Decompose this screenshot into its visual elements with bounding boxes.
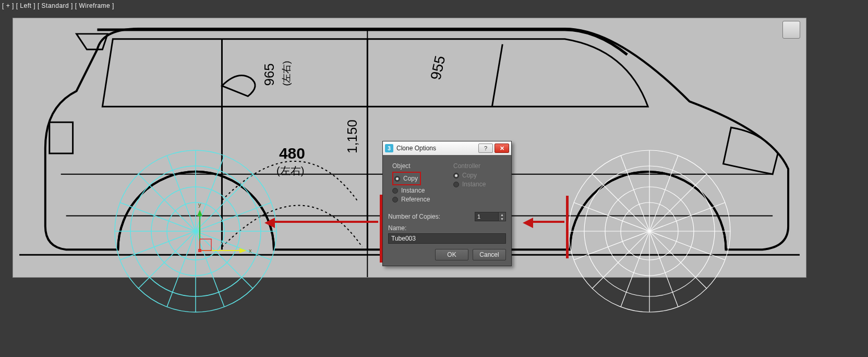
radio-dot-icon xyxy=(394,176,400,182)
radio-ctrl-instance: Instance xyxy=(453,181,502,188)
viewport-menu-view[interactable]: [ Left ] xyxy=(16,2,35,9)
radio-ctrl-instance-label: Instance xyxy=(462,181,486,188)
name-input[interactable] xyxy=(388,233,506,244)
viewport-menu-display[interactable]: [ Wireframe ] xyxy=(75,2,114,9)
object-group-label: Object xyxy=(392,162,441,170)
dim-965-sub: (左右) xyxy=(281,61,292,86)
guide-arrow-right xyxy=(527,221,564,223)
dim-480: 480 xyxy=(279,145,305,162)
radio-copy[interactable]: Copy xyxy=(394,175,418,182)
svg-rect-39 xyxy=(198,249,201,252)
clone-options-dialog: 3 Clone Options ? ✕ Object Copy Instance xyxy=(382,141,512,266)
viewport-menu-plus[interactable]: [ + ] xyxy=(2,2,14,9)
svg-rect-7 xyxy=(50,122,73,153)
num-copies-value: 1 xyxy=(475,213,498,220)
svg-marker-36 xyxy=(239,248,247,253)
dialog-title: Clone Options xyxy=(396,145,436,152)
svg-marker-33 xyxy=(197,210,202,216)
viewport-label[interactable]: [ + ] [ Left ] [ Standard ] [ Wireframe … xyxy=(2,2,114,9)
dim-955: 955 xyxy=(427,54,448,81)
radio-ctrl-copy: Copy xyxy=(453,172,502,179)
cancel-label: Cancel xyxy=(479,251,499,258)
wheel-wireframe[interactable] xyxy=(566,148,733,315)
guide-bar-right xyxy=(566,196,569,258)
radio-ctrl-copy-label: Copy xyxy=(462,172,477,179)
ok-label: OK xyxy=(447,251,456,258)
radio-dot-icon xyxy=(392,197,398,203)
radio-copy-label: Copy xyxy=(403,175,418,182)
viewport-menu-shading-mode[interactable]: [ Standard ] xyxy=(38,2,73,9)
num-copies-spinner[interactable]: 1 ▲ ▼ xyxy=(475,212,506,221)
close-button[interactable]: ✕ xyxy=(495,144,509,153)
svg-text:y: y xyxy=(198,204,201,208)
object-group: Object Copy Instance Reference xyxy=(388,159,445,209)
move-gizmo[interactable]: y x xyxy=(195,204,268,277)
radio-dot-icon xyxy=(453,182,459,187)
controller-group-label: Controller xyxy=(453,162,502,170)
guide-arrow-left xyxy=(269,221,378,223)
radio-instance-label: Instance xyxy=(401,187,425,194)
spinner-down-icon[interactable]: ▼ xyxy=(498,217,505,221)
dim-480-sub: (左右) xyxy=(276,165,304,176)
radio-dot-icon xyxy=(453,173,459,178)
radio-instance[interactable]: Instance xyxy=(392,187,441,194)
close-icon: ✕ xyxy=(500,145,504,152)
help-button[interactable]: ? xyxy=(478,144,493,153)
help-icon: ? xyxy=(484,145,487,151)
radio-reference[interactable]: Reference xyxy=(392,196,441,203)
name-label: Name: xyxy=(388,224,506,232)
dim-1150: 1,150 xyxy=(345,120,359,153)
radio-reference-label: Reference xyxy=(401,196,430,203)
copy-highlight: Copy xyxy=(392,172,421,185)
dialog-titlebar[interactable]: 3 Clone Options ? ✕ xyxy=(383,141,511,155)
controller-group: Controller Copy Instance xyxy=(449,159,506,209)
spinner-up-icon[interactable]: ▲ xyxy=(498,212,505,217)
svg-line-3 xyxy=(492,44,502,107)
svg-rect-38 xyxy=(200,239,211,251)
ok-button[interactable]: OK xyxy=(435,249,468,260)
svg-text:x: x xyxy=(249,247,252,254)
dim-965: 965 xyxy=(262,63,276,86)
cancel-button[interactable]: Cancel xyxy=(473,249,506,260)
num-copies-label: Number of Copies: xyxy=(388,213,440,220)
viewcube[interactable] xyxy=(782,21,800,39)
app-icon: 3 xyxy=(385,144,393,152)
radio-dot-icon xyxy=(392,188,398,194)
